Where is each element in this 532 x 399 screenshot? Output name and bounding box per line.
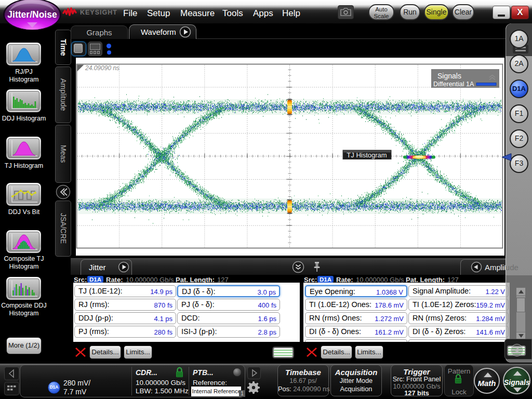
svg-text:24.09090 ns: 24.09090 ns [85, 64, 119, 72]
svg-text:TJ Histogram: TJ Histogram [347, 151, 387, 159]
svg-text:Differential 1A: Differential 1A [433, 81, 474, 88]
svg-text:Signals: Signals [437, 72, 461, 80]
